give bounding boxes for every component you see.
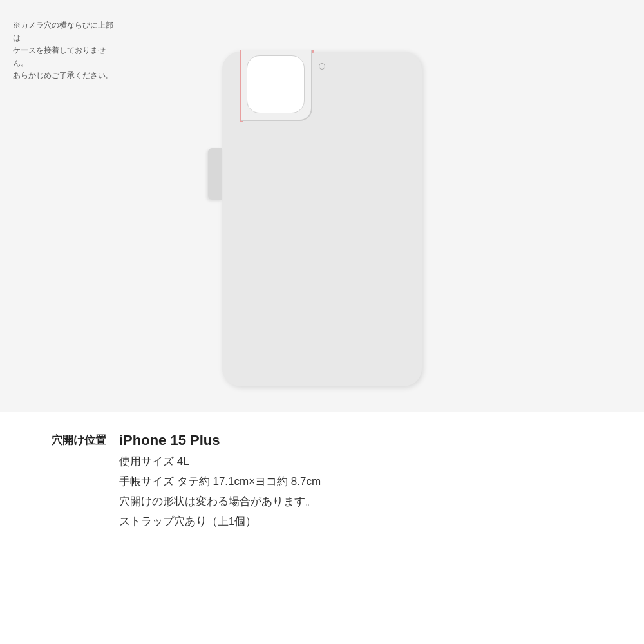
note-line-2: ケースを接着しておりません。 [13, 44, 116, 70]
note-line-3: あらかじめご了承ください。 [13, 70, 116, 82]
case-illustration: ※カメラ穴の横ならびに上部は ケースを接着しておりません。 あらかじめご了承くだ… [0, 0, 644, 412]
shape-note: 穴開けの形状は変わる場合があります。 [119, 493, 592, 510]
camera-note: ※カメラ穴の横ならびに上部は ケースを接着しておりません。 あらかじめご了承くだ… [13, 19, 116, 82]
hole-position-label: 穴開け位置 [52, 431, 119, 448]
side-tab [208, 148, 222, 200]
info-table: 穴開け位置 iPhone 15 Plus 使用サイズ 4L 手帳サイズ タテ約 … [52, 431, 592, 530]
camera-cutout [242, 50, 312, 121]
page-container: ※カメラ穴の横ならびに上部は ケースを接着しておりません。 あらかじめご了承くだ… [0, 0, 644, 644]
note-line-1: ※カメラ穴の横ならびに上部は [13, 19, 116, 44]
case-body [222, 52, 422, 386]
strap-note: ストラップ穴あり（上1個） [119, 513, 592, 530]
strap-hole-icon [319, 63, 325, 70]
device-name: iPhone 15 Plus [119, 431, 592, 450]
dimensions-label: 手帳サイズ タテ約 17.1cm×ヨコ約 8.7cm [119, 473, 592, 490]
info-section: 穴開け位置 iPhone 15 Plus 使用サイズ 4L 手帳サイズ タテ約 … [0, 412, 644, 556]
size-label: 使用サイズ 4L [119, 453, 592, 470]
camera-cutout-inner [247, 55, 305, 113]
info-content: iPhone 15 Plus 使用サイズ 4L 手帳サイズ タテ約 17.1cm… [119, 431, 592, 530]
